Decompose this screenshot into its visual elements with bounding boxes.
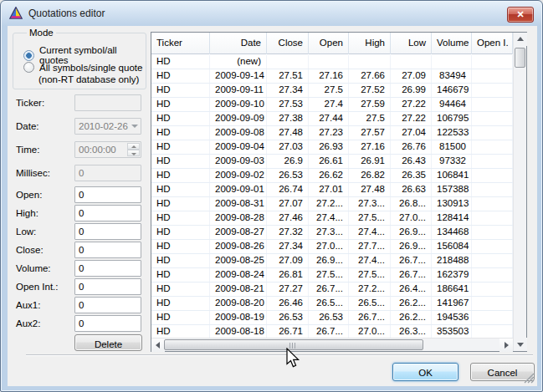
close-input[interactable]: 0 xyxy=(74,242,141,258)
radio-all-symbols[interactable]: All symbols/single quote xyxy=(23,62,142,73)
cell: HD xyxy=(151,98,210,111)
radio-button-icon xyxy=(23,62,34,73)
high-input[interactable]: 0 xyxy=(74,205,141,221)
table-row[interactable]: HD2009-08-2426.8127.5...27.5...26.7...16… xyxy=(151,268,513,283)
table-row[interactable]: HD2009-08-1926.5326.5326.7...26.2...1945… xyxy=(151,311,513,325)
cell: HD xyxy=(151,126,210,140)
table-row[interactable]: HD2009-08-2527.0926.9...27.4...26.7...21… xyxy=(151,254,513,268)
horizontal-scroll-thumb[interactable] xyxy=(164,339,423,350)
resize-grip-icon[interactable] xyxy=(524,373,535,384)
close-button[interactable]: ✕ xyxy=(507,7,534,23)
spin-down-icon xyxy=(127,150,140,156)
column-header-open[interactable]: Open xyxy=(309,33,349,54)
table-row[interactable]: HD2009-09-1027.5327.427.5927.2294464 xyxy=(151,98,513,112)
date-input: 2010-02-26 xyxy=(74,118,141,135)
cell: 27.4... xyxy=(309,211,349,225)
cell xyxy=(472,169,513,182)
table-row[interactable]: HD2009-09-0927.3827.4427.527.22106795 xyxy=(151,112,513,126)
horizontal-scrollbar[interactable] xyxy=(151,338,513,351)
cell: HD xyxy=(151,55,210,69)
cell: HD xyxy=(151,112,210,125)
cell: 27.16 xyxy=(309,69,349,83)
cell: 27.57 xyxy=(349,126,391,140)
cell: 353503 xyxy=(432,325,472,339)
ok-button[interactable]: OK xyxy=(392,363,458,381)
dialog-body: Mode Current symbol/all quotes All symbo… xyxy=(8,26,537,386)
close-icon: ✕ xyxy=(516,9,524,19)
column-header-volume[interactable]: Volume xyxy=(432,33,472,54)
scroll-left-button[interactable] xyxy=(151,339,165,352)
column-header-close[interactable]: Close xyxy=(267,33,309,54)
column-header-low[interactable]: Low xyxy=(391,33,432,54)
column-header-high[interactable]: High xyxy=(349,33,391,54)
table-row[interactable]: HD2009-08-2627.3427.0...27.7...26.9...15… xyxy=(151,240,513,254)
table-row[interactable]: HD2009-08-3127.0727.2...27.3...26.8...13… xyxy=(151,197,513,211)
cell: 27.59 xyxy=(349,98,391,111)
column-header-open-i-[interactable]: Open I. xyxy=(472,33,513,54)
cell: 27.04 xyxy=(391,126,432,140)
cell: 27.66 xyxy=(349,69,391,83)
column-header-date[interactable]: Date xyxy=(210,33,267,54)
table-row[interactable]: HD2009-08-2127.2726.7...27.2...26.4...18… xyxy=(151,283,513,297)
field-value: 0 xyxy=(79,263,84,273)
vertical-scroll-thumb[interactable] xyxy=(515,48,525,68)
cell: 27.5... xyxy=(309,268,349,282)
cell: 27.34 xyxy=(267,84,309,97)
cell: HD xyxy=(151,140,210,154)
low-input[interactable]: 0 xyxy=(74,223,141,240)
cell: 106795 xyxy=(432,112,472,125)
cell: 128414 xyxy=(432,211,472,225)
title-bar[interactable]: Quotations editor ✕ xyxy=(1,1,542,26)
field-label: Aux1: xyxy=(16,300,76,310)
cell: 27.51 xyxy=(267,69,309,83)
cell: 83494 xyxy=(432,69,472,83)
grip-icon xyxy=(289,343,297,349)
cell: 27.5 xyxy=(349,112,391,125)
cell xyxy=(472,254,513,267)
table-row[interactable]: HD2009-08-2727.3227.3...27.4...26.9...13… xyxy=(151,226,513,240)
cell: 27.0... xyxy=(349,325,391,339)
column-header-ticker[interactable]: Ticker xyxy=(151,33,210,54)
table-row[interactable]: HD2009-09-1127.3427.527.5226.99146679 xyxy=(151,84,513,98)
scroll-right-button[interactable] xyxy=(499,339,513,352)
openint-input[interactable]: 0 xyxy=(74,278,141,295)
delete-button[interactable]: Delete xyxy=(74,334,142,351)
table-row[interactable]: HD2009-09-1427.5127.1627.6627.0983494 xyxy=(151,69,513,84)
quotes-table: TickerDateCloseOpenHighLowVolumeOpen I. … xyxy=(151,32,527,352)
cell xyxy=(472,268,513,282)
open-input[interactable]: 0 xyxy=(74,186,141,203)
chevron-down-icon xyxy=(131,125,138,128)
table-row[interactable]: HD2009-09-0326.926.6126.9126.4397332 xyxy=(151,155,513,169)
cell xyxy=(472,126,513,140)
aux1-input[interactable]: 0 xyxy=(74,297,141,313)
table-row[interactable]: HD2009-08-2827.4627.4...27.5...27.0...12… xyxy=(151,211,513,226)
cell xyxy=(391,55,432,69)
cell: 130913 xyxy=(432,197,472,211)
field-value: 0 xyxy=(79,208,84,218)
table-row[interactable]: HD2009-09-0427.0326.9327.1626.7681500 xyxy=(151,140,513,155)
cell xyxy=(472,112,513,125)
table-row[interactable]: HD2009-09-0126.7427.0127.4826.63157388 xyxy=(151,183,513,197)
cell: 27.16 xyxy=(349,140,391,154)
table-row[interactable]: HD2009-09-0827.4827.2327.5727.04122533 xyxy=(151,126,513,140)
cell xyxy=(472,183,513,196)
field-value: 0 xyxy=(79,168,84,178)
cell: 26.81 xyxy=(267,268,309,282)
cell: HD xyxy=(151,325,210,339)
vertical-scrollbar[interactable] xyxy=(513,33,526,351)
ticker-input xyxy=(74,94,141,111)
volume-input[interactable]: 0 xyxy=(74,260,141,277)
table-row[interactable]: HD2009-09-0226.5326.6226.8226.35106841 xyxy=(151,169,513,183)
scroll-up-button[interactable] xyxy=(514,33,527,46)
table-row[interactable]: HD2009-08-2026.4626.5...26.5...26.2...14… xyxy=(151,297,513,311)
scroll-down-button[interactable] xyxy=(514,338,527,351)
cell: 134468 xyxy=(432,226,472,239)
field-value: 0 xyxy=(79,227,84,237)
cell xyxy=(472,226,513,239)
cell: 2009-09-10 xyxy=(210,98,267,111)
cell xyxy=(472,155,513,168)
table-row[interactable]: HD(new) xyxy=(151,55,513,69)
cell: 2009-09-01 xyxy=(210,183,267,196)
aux2-input[interactable]: 0 xyxy=(74,315,141,332)
cell: 26.3... xyxy=(391,325,432,339)
